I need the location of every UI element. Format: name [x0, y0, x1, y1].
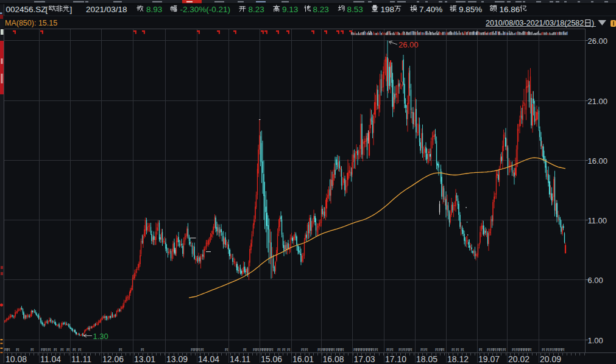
svg-text:R: R	[60, 347, 64, 352]
svg-text:16.08: 16.08	[323, 354, 344, 364]
svg-text:R: R	[141, 347, 144, 352]
svg-text:R: R	[479, 347, 483, 352]
svg-text:R: R	[66, 347, 70, 352]
svg-text:R: R	[305, 347, 308, 352]
svg-text:R: R	[277, 347, 281, 352]
svg-text:14.11: 14.11	[230, 354, 250, 364]
svg-text:13.09: 13.09	[166, 354, 188, 364]
svg-text:16.01: 16.01	[292, 354, 314, 364]
svg-text:R: R	[282, 347, 286, 352]
svg-text:[: [	[46, 5, 48, 14]
svg-text:11.00: 11.00	[588, 216, 607, 225]
svg-text:R: R	[503, 347, 506, 352]
svg-text:R: R	[225, 347, 228, 352]
svg-text:MA(850): 15.15: MA(850): 15.15	[5, 19, 57, 27]
svg-text:12.06: 12.06	[102, 354, 124, 364]
svg-text:26.00: 26.00	[588, 37, 608, 46]
svg-text:26.00: 26.00	[398, 40, 419, 49]
svg-text:R: R	[561, 347, 565, 352]
svg-text:R: R	[78, 347, 82, 352]
svg-text:20.02: 20.02	[508, 354, 529, 364]
svg-text:R: R	[48, 347, 51, 352]
svg-text:1.30: 1.30	[93, 332, 108, 341]
svg-text:-2.30%(-0.21): -2.30%(-0.21)	[180, 5, 231, 14]
svg-text:R: R	[200, 347, 204, 352]
svg-text:R: R	[54, 347, 57, 352]
svg-text:R: R	[424, 347, 428, 352]
svg-text:7.40%: 7.40%	[419, 5, 442, 14]
svg-text:R: R	[30, 347, 34, 352]
svg-text:15.06: 15.06	[261, 354, 282, 364]
svg-text:13.01: 13.01	[134, 354, 155, 364]
svg-text:8.23: 8.23	[249, 5, 264, 14]
svg-text:10.08: 10.08	[5, 354, 27, 364]
svg-text:9.85%: 9.85%	[459, 5, 482, 14]
svg-text:2010/08/03-2021/03/18(2582: 2010/08/03-2021/03/18(2582	[486, 19, 584, 27]
svg-text:R: R	[243, 347, 247, 352]
svg-text:R: R	[73, 347, 76, 352]
svg-text:R: R	[16, 347, 19, 352]
svg-text:2021/03/18: 2021/03/18	[86, 5, 127, 14]
svg-text:R: R	[461, 347, 464, 352]
svg-text:11.04: 11.04	[40, 354, 61, 364]
svg-text:002456.SZ: 002456.SZ	[6, 5, 46, 14]
svg-text:R: R	[441, 347, 445, 352]
svg-text:R: R	[375, 347, 378, 352]
svg-text:8.23: 8.23	[313, 5, 329, 14]
svg-text:8.53: 8.53	[347, 5, 363, 14]
svg-text:11.11: 11.11	[71, 354, 91, 364]
svg-text:16.00: 16.00	[588, 156, 608, 166]
svg-text:R: R	[409, 347, 412, 352]
svg-text:R: R	[542, 347, 545, 352]
svg-text:18.05: 18.05	[416, 354, 437, 364]
svg-text:21.00: 21.00	[588, 97, 608, 106]
svg-text:R: R	[451, 347, 455, 352]
svg-text:]: ]	[70, 5, 73, 14]
svg-text:): )	[592, 19, 594, 27]
svg-text:R: R	[119, 347, 122, 352]
svg-text:R: R	[270, 347, 274, 352]
svg-text:17.03: 17.03	[354, 354, 375, 364]
svg-text:R: R	[7, 347, 10, 352]
svg-text:16.86: 16.86	[500, 5, 520, 14]
svg-text:19.07: 19.07	[478, 354, 500, 364]
svg-text:14.04: 14.04	[198, 354, 219, 364]
svg-text:18.12: 18.12	[447, 354, 469, 364]
svg-text:8.93: 8.93	[146, 5, 162, 14]
svg-text:R: R	[341, 347, 344, 352]
svg-text:R: R	[456, 347, 459, 352]
svg-text:9.13: 9.13	[282, 5, 298, 14]
svg-text:R: R	[287, 347, 291, 352]
svg-text:R: R	[528, 347, 532, 352]
svg-text:6.00: 6.00	[588, 276, 603, 285]
svg-text:198: 198	[381, 5, 395, 14]
svg-text:R: R	[331, 347, 335, 352]
svg-text:1.00: 1.00	[588, 336, 603, 345]
svg-text:R: R	[390, 347, 394, 352]
svg-text:17.10: 17.10	[385, 354, 406, 364]
svg-text:20.09: 20.09	[540, 354, 561, 364]
